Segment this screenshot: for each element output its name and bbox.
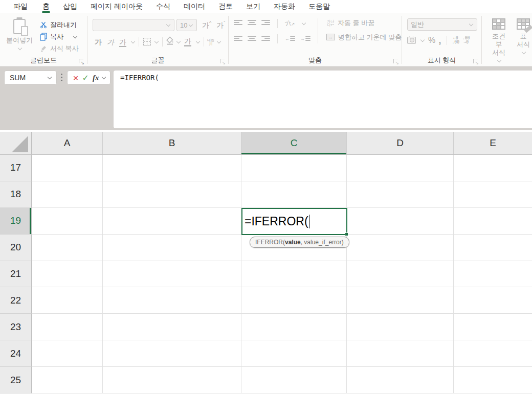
align-middle-button[interactable] (248, 20, 256, 27)
font-name-select[interactable] (93, 19, 174, 31)
alignment-dialog-launcher[interactable]: ↘ (393, 59, 398, 63)
wrap-text-button[interactable]: 가나다↩ 자동 줄 바꿈 (326, 18, 414, 27)
cell-A22[interactable] (32, 287, 103, 314)
cell-C23[interactable] (241, 314, 347, 340)
cell-E19[interactable] (454, 208, 532, 235)
cell-E18[interactable] (454, 181, 532, 208)
decrease-font-size-button[interactable]: 가ˇ (216, 20, 225, 30)
row-header-20[interactable]: 20 (0, 235, 32, 261)
cell-D21[interactable] (347, 261, 454, 288)
clipboard-dialog-launcher[interactable]: ↘ (79, 59, 83, 63)
fill-color-button[interactable] (166, 36, 174, 47)
cell-B22[interactable] (103, 287, 241, 314)
cell-A21[interactable] (32, 261, 103, 288)
cell-E17[interactable] (454, 155, 532, 181)
align-top-button[interactable] (234, 20, 242, 27)
active-cell-c19[interactable]: =IFERROR( (241, 208, 347, 235)
cell-D22[interactable] (347, 287, 454, 314)
cell-E20[interactable] (454, 235, 532, 261)
tab-help[interactable]: 도움말 (302, 0, 337, 13)
cell-C18[interactable] (241, 181, 347, 208)
conditional-formatting-button[interactable]: 조건부서식 (490, 18, 507, 66)
cell-B18[interactable] (103, 181, 241, 208)
cell-A24[interactable] (32, 340, 103, 367)
cell-B24[interactable] (103, 340, 241, 367)
align-left-button[interactable] (234, 36, 242, 42)
row-header-18[interactable]: 18 (0, 181, 32, 208)
cell-E21[interactable] (454, 261, 532, 288)
row-header-24[interactable]: 24 (0, 340, 32, 367)
cell-A23[interactable] (32, 314, 103, 340)
cell-A17[interactable] (32, 155, 103, 181)
tab-automate[interactable]: 자동화 (267, 0, 302, 13)
copy-button[interactable]: 복사 (40, 32, 79, 41)
row-header-17[interactable]: 17 (0, 155, 32, 181)
name-box[interactable]: SUM (4, 71, 57, 85)
cut-button[interactable]: 잘라내기 (40, 20, 79, 29)
cell-E24[interactable] (454, 340, 532, 367)
cell-D24[interactable] (347, 340, 454, 367)
cell-C17[interactable] (241, 155, 347, 181)
cell-D25[interactable] (347, 367, 454, 393)
align-right-button[interactable] (261, 36, 270, 42)
tab-page-layout[interactable]: 페이지 레이아웃 (84, 0, 149, 13)
tab-file[interactable]: 파일 (5, 0, 36, 13)
cell-A20[interactable] (32, 235, 103, 261)
column-header-b[interactable]: B (103, 132, 241, 154)
row-header-21[interactable]: 21 (0, 261, 32, 288)
cell-C25[interactable] (241, 367, 347, 393)
phonetic-guide-button[interactable]: 내천 川 (207, 38, 214, 45)
increase-decimal-button[interactable]: ←0.00 (452, 36, 459, 44)
increase-indent-button[interactable]: → (300, 36, 311, 42)
number-dialog-launcher[interactable]: ↘ (473, 59, 478, 63)
underline-button[interactable]: 가 (117, 37, 128, 47)
cell-E22[interactable] (454, 287, 532, 314)
bold-button[interactable]: 가 (93, 37, 104, 47)
column-header-c[interactable]: C (241, 132, 347, 154)
row-header-23[interactable]: 23 (0, 314, 32, 340)
cell-C21[interactable] (241, 261, 347, 288)
cell-C22[interactable] (241, 287, 347, 314)
tab-home[interactable]: 홈 (36, 0, 56, 13)
tab-review[interactable]: 검토 (212, 0, 239, 13)
cell-B20[interactable] (103, 235, 241, 261)
cell-D20[interactable] (347, 235, 454, 261)
format-as-table-button[interactable]: 표서식 (515, 18, 532, 66)
decrease-indent-button[interactable]: ← (285, 36, 295, 42)
font-color-button[interactable]: 가 (182, 37, 193, 47)
enter-button[interactable]: ✓ (81, 73, 91, 83)
row-header-22[interactable]: 22 (0, 287, 32, 314)
format-painter-button[interactable]: 서식 복사 (40, 44, 79, 53)
insert-function-button[interactable]: fx (91, 74, 100, 82)
decrease-decimal-button[interactable]: .00→0 (462, 36, 470, 44)
select-all-button[interactable] (0, 132, 32, 154)
borders-button[interactable] (143, 38, 151, 45)
merge-center-button[interactable]: ↔ 병합하고 가운데 맞춤 (326, 33, 414, 41)
tab-data[interactable]: 데이터 (177, 0, 212, 13)
column-header-e[interactable]: E (454, 132, 532, 154)
cell-A18[interactable] (32, 181, 103, 208)
font-dialog-launcher[interactable]: ↘ (220, 59, 225, 63)
align-bottom-button[interactable] (261, 20, 270, 27)
cell-B23[interactable] (103, 314, 241, 340)
cell-C24[interactable] (241, 340, 347, 367)
comma-style-button[interactable]: , (438, 38, 441, 43)
cell-D18[interactable] (347, 181, 454, 208)
increase-font-size-button[interactable]: 가^ (202, 20, 211, 30)
cell-D19[interactable] (347, 208, 454, 235)
accounting-format-button[interactable] (407, 37, 416, 44)
cell-B17[interactable] (103, 155, 241, 181)
font-size-select[interactable]: 10 (176, 19, 197, 31)
percent-style-button[interactable]: % (428, 36, 435, 45)
align-center-button[interactable] (248, 36, 256, 42)
tab-formulas[interactable]: 수식 (149, 0, 177, 13)
cell-E25[interactable] (454, 367, 532, 393)
cell-B19[interactable] (103, 208, 241, 235)
row-header-25[interactable]: 25 (0, 367, 32, 393)
cell-E23[interactable] (454, 314, 532, 340)
paste-button[interactable]: 붙여넣기 (5, 17, 34, 53)
number-format-select[interactable]: 일반 (407, 18, 477, 31)
cell-D17[interactable] (347, 155, 454, 181)
cell-A19[interactable] (32, 208, 103, 235)
italic-button[interactable]: 가 (105, 37, 116, 47)
